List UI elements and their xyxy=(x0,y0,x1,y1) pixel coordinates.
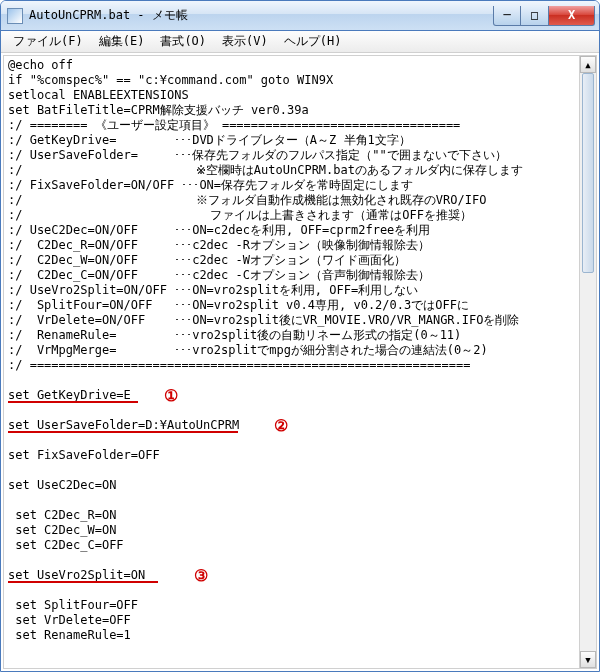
menu-view[interactable]: 表示(V) xyxy=(214,31,276,52)
line: set UseC2Dec=ON xyxy=(8,478,116,492)
line: :/ FixSaveFolder=ON/OFF ･･･ON=保存先フォルダを常時… xyxy=(8,178,413,192)
titlebar[interactable]: AutoUnCPRM.bat - メモ帳 ─ □ X xyxy=(1,1,599,31)
line: set FixSaveFolder=OFF xyxy=(8,448,160,462)
menu-file[interactable]: ファイル(F) xyxy=(5,31,91,52)
menubar: ファイル(F) 編集(E) 書式(O) 表示(V) ヘルプ(H) xyxy=(1,31,599,53)
line: @echo off xyxy=(8,58,73,72)
line: :/ ※フォルダ自動作成機能は無効化され既存のVRO/IFO xyxy=(8,193,486,207)
line: :/ UseVro2Split=ON/OFF ･･･ON=vro2splitを利… xyxy=(8,283,418,297)
line: :/ VrDelete=ON/OFF ･･･ON=vro2split後にVR_M… xyxy=(8,313,519,327)
line: set UseVro2Split=ON xyxy=(8,568,145,582)
line: set RenameRule=1 xyxy=(8,628,131,642)
line: :/ UserSaveFolder= ･･･保存先フォルダのフルパス指定（""で… xyxy=(8,148,507,162)
menu-help[interactable]: ヘルプ(H) xyxy=(276,31,350,52)
window-title: AutoUnCPRM.bat - メモ帳 xyxy=(29,7,493,24)
notepad-window: AutoUnCPRM.bat - メモ帳 ─ □ X ファイル(F) 編集(E)… xyxy=(0,0,600,672)
line: set GetKeyDrive=E xyxy=(8,388,131,402)
line: :/ SplitFour=ON/OFF ･･･ON=vro2split v0.4… xyxy=(8,298,469,312)
editor-area: @echo off if "%comspec%" == "c:¥command.… xyxy=(3,55,597,669)
line: :/ GetKeyDrive= ･･･DVDドライブレター（A～Z 半角1文字） xyxy=(8,133,411,147)
scroll-down-button[interactable]: ▼ xyxy=(580,651,596,668)
line: set UserSaveFolder=D:¥AutoUnCPRM xyxy=(8,418,239,432)
text-content[interactable]: @echo off if "%comspec%" == "c:¥command.… xyxy=(4,56,596,668)
line: set BatFileTitle=CPRM解除支援バッチ ver0.39a xyxy=(8,103,309,117)
line: :/ ======== 《ユーザー設定項目》 =================… xyxy=(8,118,460,132)
line: :/ ファイルは上書きされます（通常はOFFを推奨） xyxy=(8,208,472,222)
line: set C2Dec_W=ON xyxy=(8,523,116,537)
line: :/ UseC2Dec=ON/OFF ･･･ON=c2decを利用, OFF=c… xyxy=(8,223,430,237)
minimize-button[interactable]: ─ xyxy=(493,6,521,26)
app-icon xyxy=(7,8,23,24)
scroll-thumb[interactable] xyxy=(582,73,594,273)
line: set C2Dec_R=ON xyxy=(8,508,116,522)
scroll-up-button[interactable]: ▲ xyxy=(580,56,596,73)
line: :/ ※空欄時はAutoUnCPRM.batのあるフォルダ内に保存します xyxy=(8,163,523,177)
maximize-button[interactable]: □ xyxy=(521,6,549,26)
line: :/ VrMpgMerge= ･･･vro2splitでmpgが細分割された場合… xyxy=(8,343,488,357)
line: set C2Dec_C=OFF xyxy=(8,538,124,552)
line: :/ C2Dec_W=ON/OFF ･･･c2dec -Wオプション（ワイド画面… xyxy=(8,253,406,267)
line: :/ =====================================… xyxy=(8,358,470,372)
line: set VrDelete=OFF xyxy=(8,613,131,627)
menu-edit[interactable]: 編集(E) xyxy=(91,31,153,52)
close-button[interactable]: X xyxy=(549,6,595,26)
line: :/ RenameRule= ･･･vro2split後の自動リネーム形式の指定… xyxy=(8,328,461,342)
window-buttons: ─ □ X xyxy=(493,6,595,26)
menu-format[interactable]: 書式(O) xyxy=(152,31,214,52)
line: set SplitFour=OFF xyxy=(8,598,138,612)
vertical-scrollbar[interactable]: ▲ ▼ xyxy=(579,56,596,668)
line: if "%comspec%" == "c:¥command.com" goto … xyxy=(8,73,333,87)
line: setlocal ENABLEEXTENSIONS xyxy=(8,88,189,102)
line: :/ C2Dec_R=ON/OFF ･･･c2dec -Rオプション（映像制御情… xyxy=(8,238,430,252)
line: :/ C2Dec_C=ON/OFF ･･･c2dec -Cオプション（音声制御情… xyxy=(8,268,430,282)
